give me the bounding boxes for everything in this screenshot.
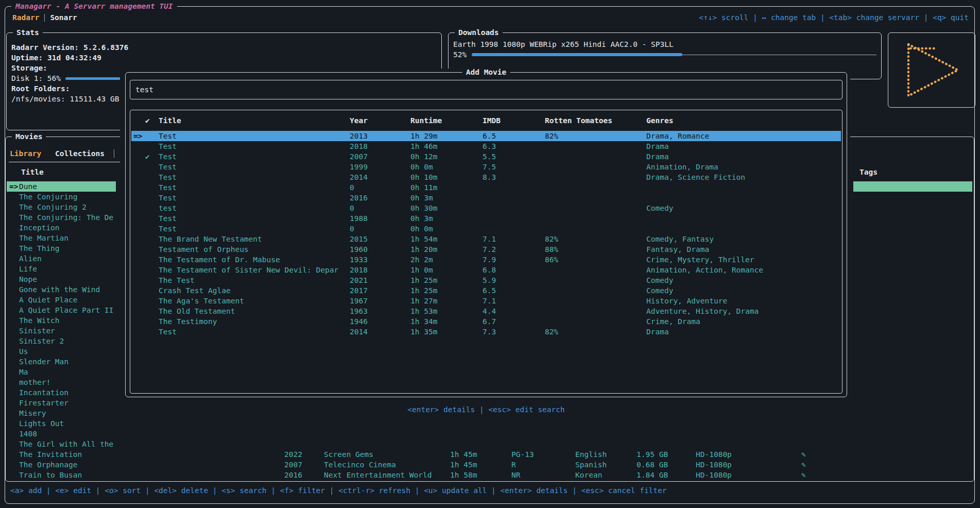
add-movie-result-row[interactable]: Crash Test Aglae20171h 25m6.5Comedy <box>130 285 842 296</box>
add-movie-result-row[interactable]: =>Test20131h 29m6.582%Drama, Romance <box>131 131 841 141</box>
result-title: Test <box>159 213 350 224</box>
movie-title: Dune <box>19 181 116 192</box>
add-movie-result-row[interactable]: The Testimony19461h 34m6.7Crime, Drama <box>130 316 842 327</box>
download-percent: 52% <box>453 49 467 60</box>
add-movie-result-row[interactable]: ✔Test20070h 12m5.5Drama <box>130 151 842 162</box>
app-title: Managarr - A Servarr management TUI <box>11 1 177 11</box>
add-movie-result-row[interactable]: The Aga's Testament19671h 27m7.1History,… <box>130 296 842 306</box>
checked-mark <box>145 285 159 296</box>
stats-panel-title: Stats <box>13 27 43 38</box>
movie-quality: HD-1080p <box>696 470 732 480</box>
result-imdb: 7.2 <box>483 244 545 255</box>
movie-title-cell: mother! <box>7 377 116 387</box>
result-year: 2015 <box>350 234 410 244</box>
movie-title: mother! <box>19 377 116 387</box>
result-genres: Comedy <box>646 275 842 285</box>
result-rt <box>545 265 646 275</box>
result-genres: Drama <box>646 141 842 151</box>
add-movie-result-row[interactable]: Test20160h 3m <box>130 193 842 203</box>
add-movie-result-row[interactable]: The Testament of Dr. Mabuse19332h 2m7.98… <box>130 255 842 265</box>
add-movie-result-row[interactable]: The Old Testament19631h 53m4.4Adventure,… <box>130 306 842 316</box>
add-movie-result-row[interactable]: The Testament of Sister New Devil: Depar… <box>130 265 842 275</box>
result-imdb: 6.7 <box>483 316 545 327</box>
selection-marker <box>133 193 145 203</box>
movie-title-cell: Us <box>7 346 116 357</box>
selection-marker <box>7 326 19 336</box>
selection-marker <box>7 284 19 295</box>
result-genres: Crime, Drama <box>646 316 842 327</box>
result-runtime: 0h 10m <box>410 172 483 182</box>
result-year: 2007 <box>350 151 410 162</box>
movie-title-cell: Firestarter <box>7 398 116 408</box>
checked-mark <box>145 193 159 203</box>
result-year: 1933 <box>350 255 410 265</box>
result-title: Test <box>159 131 350 141</box>
result-rt <box>545 285 646 296</box>
add-movie-result-row[interactable]: The Test20211h 25m5.9Comedy <box>130 275 842 285</box>
add-movie-result-row[interactable]: Test19990h 0m7.5Animation, Drama <box>130 162 842 172</box>
movie-title: Alien <box>19 253 116 264</box>
result-year: 1963 <box>350 306 410 316</box>
movie-title-cell: Nope <box>7 274 116 284</box>
library-row[interactable]: Train to Busan2016Next Entertainment Wor… <box>6 470 974 480</box>
selection-marker <box>133 285 145 296</box>
result-runtime: 1h 54m <box>410 234 483 244</box>
movie-title: Gone with the Wind <box>19 284 116 295</box>
result-genres <box>646 213 842 224</box>
download-progress-line: 52% <box>453 49 876 60</box>
tab-library[interactable]: Library <box>10 148 41 159</box>
result-runtime: 0h 0m <box>410 224 483 234</box>
selection-marker <box>7 357 19 367</box>
movie-title-cell: The Martian <box>7 233 116 243</box>
library-row[interactable]: The Invitation2022Screen Gems1h 45mPG-13… <box>6 449 974 460</box>
movie-tags-cell <box>853 181 972 192</box>
movie-rating: NR <box>511 470 520 480</box>
selection-marker <box>7 367 19 377</box>
add-movie-result-row[interactable]: test00h 30mComedy <box>130 203 842 213</box>
tab-sonarr[interactable]: Sonarr <box>50 12 77 23</box>
selection-marker <box>133 203 145 213</box>
result-rt <box>545 316 646 327</box>
selection-marker <box>7 377 19 387</box>
movie-language: Spanish <box>575 460 607 470</box>
selection-marker: => <box>7 181 19 192</box>
result-imdb: 7.9 <box>483 255 545 265</box>
result-imdb: 6.3 <box>483 141 545 151</box>
movie-title: Incantation <box>19 387 116 398</box>
add-movie-result-row[interactable]: Test20181h 46m6.3Drama <box>130 141 842 151</box>
result-year: 1988 <box>350 213 410 224</box>
selection-marker <box>133 265 145 275</box>
add-movie-overlay: Add Movie ✔ Title Year Runtime IMDB Rott… <box>120 69 850 446</box>
search-input[interactable] <box>130 80 842 99</box>
library-row[interactable]: The Orphanage2007Telecinco Cinema1h 45mR… <box>6 460 974 470</box>
selection-marker: => <box>133 131 145 141</box>
column-header-check: ✔ <box>145 115 159 126</box>
selection-marker <box>7 346 19 357</box>
checked-mark <box>145 172 159 182</box>
result-rt: 82% <box>545 131 646 141</box>
search-box <box>130 80 843 99</box>
add-movie-result-row[interactable]: Test20140h 10m8.3Drama, Science Fiction <box>130 172 842 182</box>
tab-radarr[interactable]: Radarr <box>12 12 39 23</box>
movie-title-cell: The Conjuring 2 <box>7 202 116 212</box>
movie-title-cell: The Orphanage <box>7 460 116 470</box>
column-header-title: Title <box>159 115 350 126</box>
result-year: 2021 <box>350 275 410 285</box>
result-rt: 82% <box>545 327 646 337</box>
add-movie-result-row[interactable]: Test20141h 35m7.382%Drama <box>130 327 842 337</box>
add-movie-result-row[interactable]: Test00h 0m <box>130 224 842 234</box>
add-movie-result-row[interactable]: The Brand New Testament20151h 54m7.182%C… <box>130 234 842 244</box>
managarr-play-logo-icon <box>893 38 970 102</box>
tab-collections[interactable]: Collections <box>55 148 105 159</box>
add-movie-result-row[interactable]: Testament of Orpheus19601h 20m7.288%Fant… <box>130 244 842 255</box>
result-year: 2018 <box>350 141 410 151</box>
movie-year: 2007 <box>284 460 302 470</box>
add-movie-result-row[interactable]: Test19880h 3m <box>130 213 842 224</box>
result-imdb: 7.3 <box>483 327 545 337</box>
result-title: Test <box>159 172 350 182</box>
add-movie-result-row[interactable]: Test00h 11m <box>130 182 842 193</box>
result-year: 1946 <box>350 316 410 327</box>
result-rt <box>545 224 646 234</box>
movie-title-cell: Life <box>7 264 116 274</box>
add-movie-popup: Add Movie ✔ Title Year Runtime IMDB Rott… <box>125 72 847 397</box>
